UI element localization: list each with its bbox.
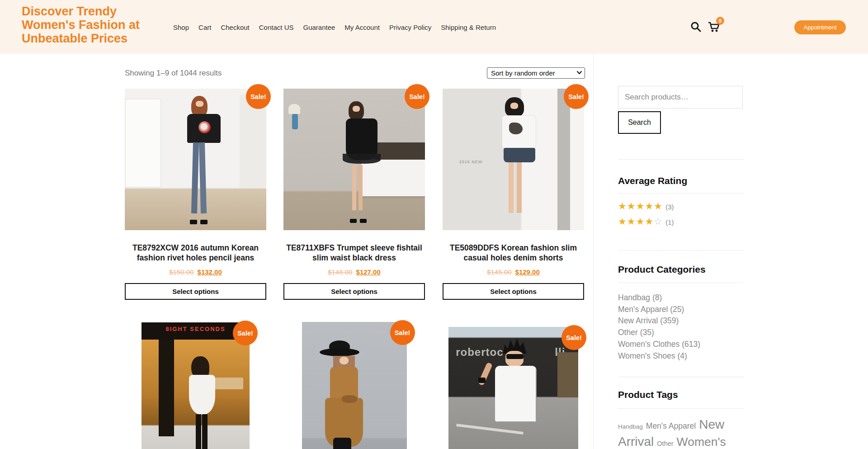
product-image-wrap: Sale! bbox=[283, 89, 425, 230]
old-price: $150.00 bbox=[169, 268, 193, 276]
product-image-camel-coat[interactable] bbox=[302, 322, 407, 449]
select-options-button[interactable]: Select options bbox=[443, 283, 584, 300]
sale-badge: Sale! bbox=[246, 84, 271, 109]
product-card: 2016 NEW Sale! TE5089DDFS Korean fashion… bbox=[443, 89, 584, 300]
decor-shape bbox=[361, 160, 425, 196]
site-header: Discover Trendy Women's Fashion at Unbea… bbox=[0, 0, 868, 54]
nav-item-my-account[interactable]: My Account bbox=[344, 24, 380, 31]
divider bbox=[618, 159, 744, 160]
category-mens-apparel[interactable]: Men's Apparel (25) bbox=[618, 304, 700, 316]
decor-shape bbox=[320, 348, 359, 356]
sale-price: $129.00 bbox=[515, 268, 540, 276]
decor-shape bbox=[506, 354, 524, 359]
decor-shape bbox=[292, 114, 298, 129]
sort-dropdown-wrap: Sort by random order bbox=[487, 67, 585, 79]
divider bbox=[618, 408, 744, 409]
decor-shape bbox=[202, 414, 208, 449]
sale-badge: Sale! bbox=[564, 84, 589, 109]
sale-badge: Sale! bbox=[233, 321, 258, 345]
average-rating-heading: Average Rating bbox=[618, 175, 687, 186]
decor-shape bbox=[510, 103, 518, 109]
category-womens-clothes[interactable]: Women's Clothes (613) bbox=[618, 339, 700, 350]
search-icon[interactable] bbox=[690, 21, 702, 33]
appointment-button[interactable]: Appointment bbox=[794, 20, 846, 34]
category-new-arrival[interactable]: New Arrival (359) bbox=[618, 315, 700, 327]
results-count: Showing 1–9 of 1044 results bbox=[125, 69, 222, 78]
product-image-black-dress[interactable] bbox=[283, 89, 425, 230]
select-options-button[interactable]: Select options bbox=[125, 283, 266, 300]
main-nav: Shop Cart Checkout Contact US Guarantee … bbox=[173, 24, 496, 31]
tag-handbag[interactable]: Handbag bbox=[618, 423, 643, 430]
product-title[interactable]: TE8792XCW 2016 autumn Korean fashion riv… bbox=[127, 243, 264, 263]
decor-shape bbox=[213, 378, 243, 389]
rating-filter-4-stars[interactable]: ★★★★☆(1) bbox=[618, 216, 674, 227]
nav-item-contact-us[interactable]: Contact US bbox=[259, 24, 294, 31]
product-image-wrap: Sale! bbox=[125, 89, 266, 230]
sale-price: $132.00 bbox=[198, 268, 222, 276]
nav-item-privacy-policy[interactable]: Privacy Policy bbox=[389, 24, 431, 31]
decor-shape bbox=[159, 340, 174, 437]
sale-badge: Sale! bbox=[405, 84, 429, 109]
product-price: $150.00 $132.00 bbox=[125, 268, 266, 276]
product-image-storefront-top[interactable]: 8IGHT SECONDS bbox=[142, 322, 250, 449]
cart-count-badge: 0 bbox=[716, 17, 724, 25]
nav-item-checkout[interactable]: Checkout bbox=[221, 24, 249, 31]
shop-page: Discover Trendy Women's Fashion at Unbea… bbox=[0, 0, 868, 449]
category-other[interactable]: Other (35) bbox=[618, 327, 700, 339]
category-womens-shoes[interactable]: Women's Shoes (4) bbox=[618, 350, 700, 362]
nav-item-cart[interactable]: Cart bbox=[198, 24, 211, 31]
decor-shape bbox=[200, 220, 208, 224]
decor-shape bbox=[360, 219, 367, 223]
divider bbox=[618, 377, 744, 377]
decor-shape bbox=[288, 104, 300, 114]
product-image-wrap: robertoc lli Sale! bbox=[448, 327, 578, 449]
select-options-button[interactable]: Select options bbox=[283, 283, 425, 300]
tag-mens-apparel[interactable]: Men's Apparel bbox=[646, 421, 696, 430]
decor-shape bbox=[125, 99, 161, 188]
nav-item-shop[interactable]: Shop bbox=[173, 24, 189, 31]
decor-shape bbox=[199, 142, 207, 213]
decor-shape bbox=[478, 378, 486, 383]
nav-item-shipping-return[interactable]: Shipping & Return bbox=[441, 24, 496, 31]
product-price: $148.00 $127.00 bbox=[283, 268, 425, 276]
image-watermark: 2016 NEW bbox=[443, 160, 542, 164]
logo-line: Unbeatable Prices bbox=[22, 32, 140, 45]
decor-shape bbox=[196, 101, 203, 107]
search-input[interactable] bbox=[618, 86, 743, 109]
decor-shape bbox=[509, 162, 514, 213]
product-title[interactable]: TE8711XBFS Trumpet sleeve fishtail slim … bbox=[286, 243, 422, 263]
star-icons-filled: ★★★★ bbox=[618, 216, 654, 227]
product-card: Sale! TE8792XCW 2016 autumn Korean fashi… bbox=[125, 89, 266, 300]
decor-shape bbox=[517, 162, 522, 213]
product-image-man-white-shirt[interactable]: robertoc lli bbox=[448, 327, 578, 449]
decor-shape bbox=[350, 219, 357, 223]
category-handbag[interactable]: Handbag (8) bbox=[618, 292, 700, 304]
product-image-wrap: 2016 NEW Sale! bbox=[443, 89, 584, 230]
tag-other[interactable]: Other bbox=[657, 440, 673, 447]
product-card: robertoc lli Sale! bbox=[443, 327, 584, 449]
site-logo[interactable]: Discover Trendy Women's Fashion at Unbea… bbox=[22, 5, 140, 45]
old-price: $148.00 bbox=[328, 268, 352, 276]
divider bbox=[618, 193, 744, 194]
decor-shape bbox=[342, 395, 357, 403]
product-image-jeans[interactable] bbox=[125, 89, 266, 230]
product-image-denim-shorts[interactable]: 2016 NEW bbox=[443, 89, 584, 230]
rating-filter-5-stars[interactable]: ★★★★★(3) bbox=[618, 201, 674, 212]
decor-shape bbox=[190, 220, 197, 224]
product-title[interactable]: TE5089DDFS Korean fashion slim casual ho… bbox=[445, 243, 581, 263]
decor-shape bbox=[191, 142, 199, 213]
decor-shape bbox=[557, 352, 578, 397]
logo-line: Women's Fashion at bbox=[22, 18, 140, 32]
logo-line: Discover Trendy bbox=[22, 5, 140, 18]
product-categories-heading: Product Categories bbox=[618, 264, 706, 275]
sidebar-search-button[interactable]: Search bbox=[618, 111, 661, 134]
nav-item-guarantee[interactable]: Guarantee bbox=[303, 24, 335, 31]
sort-dropdown[interactable]: Sort by random order bbox=[487, 67, 585, 79]
product-price: $145.00 $129.00 bbox=[443, 268, 584, 276]
sale-badge: Sale! bbox=[561, 325, 586, 350]
decor-shape bbox=[353, 106, 360, 112]
product-image-wrap: 8IGHT SECONDS Sale! bbox=[142, 322, 250, 449]
decor-shape bbox=[495, 366, 537, 422]
decor-shape bbox=[557, 89, 570, 230]
decor-shape bbox=[189, 375, 215, 415]
